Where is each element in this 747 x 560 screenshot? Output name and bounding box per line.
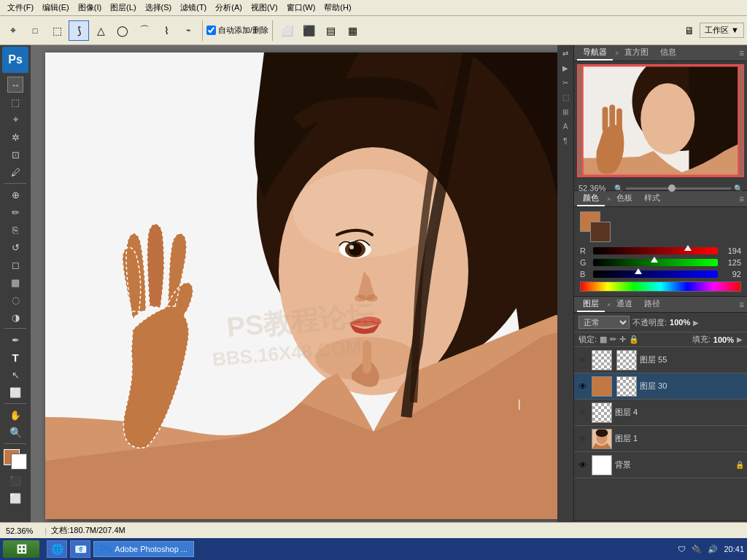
- mask-mode[interactable]: ⬛: [7, 472, 23, 489]
- pen-tool[interactable]: ✒: [7, 332, 23, 348]
- background-color[interactable]: [11, 454, 27, 470]
- lock-all-icon[interactable]: 🔒: [629, 335, 639, 344]
- menu-filter[interactable]: 滤镜(T): [176, 1, 211, 15]
- taskbar-mail-icon[interactable]: 📧: [70, 540, 90, 558]
- tool-option8[interactable]: ⌁: [178, 20, 198, 41]
- right-tool-1[interactable]: ⇄: [559, 47, 572, 60]
- lasso-tool[interactable]: ⌖: [7, 112, 23, 128]
- eraser-tool[interactable]: ◻: [7, 257, 23, 273]
- tool-mask4[interactable]: ▦: [342, 20, 363, 41]
- layer-eye-1[interactable]: 👁: [577, 433, 589, 445]
- layers-options[interactable]: ≡: [739, 300, 744, 310]
- tool-mask3[interactable]: ▤: [320, 20, 341, 41]
- brush-tool[interactable]: ✏: [7, 204, 23, 220]
- menu-image[interactable]: 图像(I): [74, 1, 106, 15]
- menu-help[interactable]: 帮助(H): [320, 1, 355, 15]
- layer-item-55[interactable]: 👁 图层 55: [574, 347, 747, 373]
- crop-tool[interactable]: ⊡: [7, 147, 23, 163]
- polygonal-lasso-btn[interactable]: △: [90, 20, 111, 41]
- color-spectrum[interactable]: [580, 281, 741, 292]
- r-label: R: [580, 246, 590, 255]
- g-slider-track[interactable]: [593, 259, 718, 266]
- auto-checkbox[interactable]: [206, 26, 216, 35]
- tab-color[interactable]: 颜色: [577, 191, 605, 206]
- right-tool-2[interactable]: ▶: [559, 61, 572, 74]
- tab-navigator[interactable]: 导航器: [577, 45, 613, 61]
- layer-eye-30[interactable]: 👁: [577, 381, 589, 392]
- b-slider-track[interactable]: [593, 271, 718, 278]
- type-tool[interactable]: T: [7, 349, 23, 365]
- zoom-tool[interactable]: 🔍: [7, 424, 23, 440]
- menu-select[interactable]: 选择(S): [141, 1, 177, 15]
- fill-value[interactable]: 100%: [713, 335, 734, 344]
- gradient-tool[interactable]: ▦: [7, 274, 23, 290]
- tab-histogram[interactable]: 直方图: [619, 45, 654, 61]
- move-tool[interactable]: ↔: [7, 77, 23, 93]
- tool-option2[interactable]: ⬚: [47, 20, 67, 41]
- tab-layers[interactable]: 图层: [577, 297, 605, 312]
- selection-tool[interactable]: ⬚: [7, 94, 23, 110]
- opacity-arrow[interactable]: ▶: [693, 319, 699, 327]
- workspace-icon[interactable]: 🖥: [679, 20, 700, 41]
- taskbar-ie-icon[interactable]: 🌐: [47, 540, 67, 558]
- tool-option7[interactable]: ⌇: [156, 20, 177, 41]
- tab-paths[interactable]: 路径: [638, 297, 666, 312]
- menu-file[interactable]: 文件(F): [3, 1, 38, 15]
- layer-item-bg[interactable]: 👁 背景 🔒: [574, 452, 747, 478]
- right-tool-4[interactable]: ⬚: [559, 90, 572, 104]
- shape-tool[interactable]: ⬜: [7, 384, 23, 400]
- tab-channels[interactable]: 通道: [611, 297, 638, 312]
- panel-bg-color[interactable]: [590, 222, 611, 242]
- tool-mask2[interactable]: ⬛: [298, 20, 319, 41]
- fill-arrow[interactable]: ▶: [737, 335, 743, 343]
- taskbar-ps-btn[interactable]: Ps Adobe Photoshop ...: [93, 541, 194, 557]
- color-options[interactable]: ≡: [739, 194, 744, 204]
- eyedropper-tool[interactable]: 🖊: [7, 164, 23, 180]
- right-tool-7[interactable]: ¶: [559, 134, 572, 147]
- tab-swatches[interactable]: 色板: [611, 191, 638, 206]
- auto-add-delete[interactable]: 自动添加/删除: [206, 25, 268, 36]
- tab-styles[interactable]: 样式: [638, 191, 666, 206]
- lock-brush-icon[interactable]: ✏: [610, 335, 616, 344]
- lock-move-icon[interactable]: ✛: [619, 335, 626, 344]
- dodge-tool[interactable]: ◑: [7, 309, 23, 325]
- layer-item-4[interactable]: 👁 图层 4: [574, 400, 747, 426]
- toolbox: Ps ↔ ⬚ ⌖ ✲ ⊡ 🖊 ⊕ ✏ ⎘ ↺ ◻ ▦ ◌ ◑ ✒ T ↖ ⬜ ✋…: [0, 45, 31, 538]
- menu-analysis[interactable]: 分析(A): [211, 1, 247, 15]
- layer-item-30[interactable]: 👁 图层 30: [574, 373, 747, 400]
- path-selection[interactable]: ↖: [7, 367, 23, 383]
- clone-stamp[interactable]: ⎘: [7, 222, 23, 238]
- menu-window[interactable]: 窗口(W): [282, 1, 320, 15]
- menu-view[interactable]: 视图(V): [247, 1, 282, 15]
- start-button[interactable]: ⊞: [3, 540, 39, 558]
- layer-eye-55[interactable]: 👁: [577, 354, 589, 366]
- right-tool-5[interactable]: ⊞: [559, 105, 572, 118]
- blend-mode-select[interactable]: 正常: [578, 316, 630, 329]
- hand-tool[interactable]: ✋: [7, 407, 23, 423]
- tab-info[interactable]: 信息: [654, 45, 682, 61]
- healing-brush[interactable]: ⊕: [7, 187, 23, 203]
- r-slider-track[interactable]: [593, 247, 718, 254]
- menu-edit[interactable]: 编辑(E): [38, 1, 74, 15]
- opacity-value[interactable]: 100%: [670, 318, 690, 327]
- right-tool-3[interactable]: ✂: [559, 76, 572, 89]
- history-brush[interactable]: ↺: [7, 239, 23, 255]
- lasso-tool-btn[interactable]: ⌖: [3, 20, 23, 41]
- layer-eye-bg[interactable]: 👁: [577, 459, 589, 471]
- lock-transparent-icon[interactable]: ▩: [600, 335, 607, 344]
- tool-option5[interactable]: ◯: [112, 20, 133, 41]
- quick-selection-tool[interactable]: ✲: [7, 129, 23, 145]
- menu-layer[interactable]: 图层(L): [106, 1, 140, 15]
- workspace-btn[interactable]: 工作区 ▼: [700, 23, 744, 38]
- navigator-options[interactable]: ≡: [739, 48, 744, 58]
- tool-option1[interactable]: □: [25, 20, 45, 41]
- tool-mask1[interactable]: ⬜: [276, 20, 297, 41]
- right-tool-6[interactable]: A: [559, 120, 572, 133]
- layer-eye-4[interactable]: 👁: [577, 407, 589, 419]
- layer-item-1[interactable]: 👁 图层 1: [574, 426, 747, 452]
- nav-zoom-slider[interactable]: [626, 187, 731, 190]
- tool-option6[interactable]: ⌒: [134, 20, 155, 41]
- magnetic-lasso-btn[interactable]: ⟆: [69, 20, 89, 41]
- screen-mode[interactable]: ⬜: [7, 490, 23, 506]
- blur-tool[interactable]: ◌: [7, 292, 23, 308]
